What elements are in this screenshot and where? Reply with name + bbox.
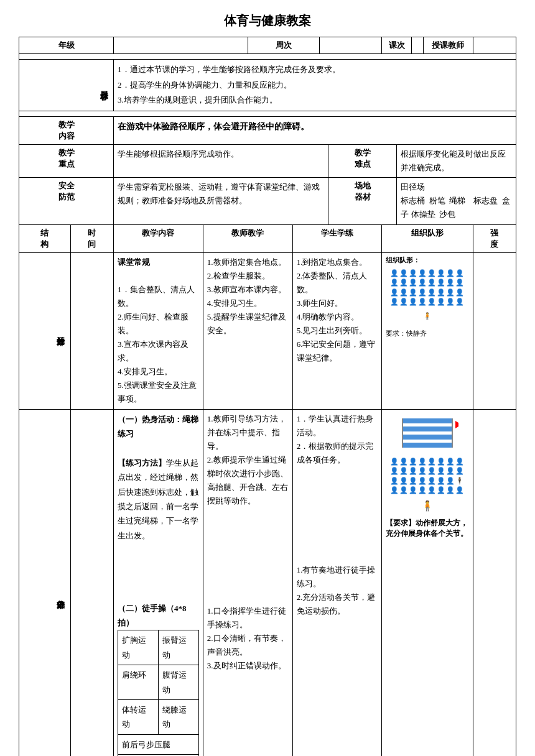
keypoint-content: 学生能够根据路径顺序完成动作。 [114,145,328,178]
header-row: 年级 周次 课次 授课教师 [19,37,516,54]
prep-part1-title: （一）热身活动：绳梯练习 [118,412,199,441]
prep-row4: 👤👤👤👤👤👤👤👤 [386,486,468,495]
prep-student-p1-2: 2．根据教师的提示完成各项任务。 [297,440,378,467]
start-student: 1.到指定地点集合。 2.体委整队、清点人数。 3.师生问好。 4.明确教学内容… [292,252,382,409]
ex-left-2: 肩绕环 [118,665,159,700]
goals-label: 学习目标 [19,60,114,111]
method-text: 学生从起点出发，经过绳梯，然后快速跑到标志处，触摸之后返回，前一名学生过完绳梯，… [118,458,198,540]
start-teacher-1: 1.教师指定集合地点。 [207,256,289,269]
venue-text: 田径场 [401,180,512,194]
prep-teacher-p2-2: 2.口令清晰，有节奏，声音洪亮。 [207,632,289,659]
start-student-4: 4.明确教学内容。 [297,310,378,324]
teacher-value [473,37,516,54]
start-content-title: 课堂常规 [118,256,199,269]
week-value [319,37,382,54]
lesson-label: 课次 [382,37,412,54]
prep-intensity [473,409,516,756]
svg-rect-0 [402,418,452,423]
start-teacher-4: 4.安排见习生。 [207,297,289,310]
difficulty-label: 教学难点 [328,145,397,178]
start-content: 课堂常规 1．集合整队、清点人数。 2.师生问好、检查服装。 3.宣布本次课内容… [114,252,203,409]
goal-2: 2．提高学生的身体协调能力、力量和反应能力。 [118,78,512,93]
struct-col2: 时间 [70,224,113,252]
prep-teacher-icon: 🧍 [386,499,468,513]
start-student-5: 5.见习生出列旁听。 [297,324,378,338]
start-content-2: 2.师生问好、检查服装。 [118,310,199,338]
formation-note: 要求：快静齐 [386,329,468,338]
venue-equipment: 标志桶 粉笔 绳梯 标志盘 盒子 体操垫 沙包 [401,194,512,221]
prep-time [70,409,113,756]
start-teacher-2: 2.检查学生服装。 [207,269,289,283]
start-teacher-5: 5.提醒学生课堂纪律及安全。 [207,310,289,338]
prep-student: 1．学生认真进行热身活动。 2．根据教师的提示完成各项任务。 1.有节奏地进行徒… [292,409,382,756]
keypoint-label: 教学重点 [19,145,114,178]
main-table: 年级 周次 课次 授课教师 学习目标 1．通过本节课的学习，学生能够按路径顺序完… [19,37,516,756]
ex-left-4: 前后弓步压腿 [118,734,199,754]
venue-label: 场地器材 [328,178,397,224]
start-student-2: 2.体委整队、清点人数。 [297,269,378,297]
start-formation: 组织队形： 👤👤👤👤👤👤👤👤 👤👤👤👤👤👤👤👤 👤👤👤👤👤👤👤👤 👤👤👤👤👤👤👤… [382,252,473,409]
prep-teacher-p2-3: 3.及时纠正错误动作。 [207,659,289,673]
prep-formation-rows: 👤👤👤👤👤👤👤👤 👤👤👤👤👤👤👤👤 👤👤👤👤👤👤👤🕴 👤👤👤👤👤👤👤👤 [386,457,468,496]
teaching-content-text: 在游戏中体验路径顺序，体会避开路径中的障碍。 [118,122,309,131]
prep-student-p1-1: 1．学生认真进行热身活动。 [297,412,378,440]
teaching-content-row: 教学内容 在游戏中体验路径顺序，体会避开路径中的障碍。 [19,117,516,145]
ex-left-1: 扩胸运动 [118,630,159,665]
start-content-5: 5.强调课堂安全及注意事项。 [118,379,199,406]
svg-rect-2 [402,435,452,440]
start-student-3: 3.师生问好。 [297,297,378,310]
prep-section-row: 准备部分 （一）热身活动：绳梯练习 【练习方法】学生从起点出发，经过绳梯，然后快… [19,409,516,756]
start-content-3: 3.宣布本次课内容及求。 [118,338,199,365]
prep-section-label: 准备部分 [19,409,71,756]
struct-col4: 教师教学 [203,224,292,252]
start-section-row: 开始部分 课堂常规 1．集合整队、清点人数。 2.师生问好、检查服装。 3.宣布… [19,252,516,409]
grade-value [114,37,248,54]
prep-teacher-p1-1: 1.教师引导练习方法，并在练习中提示、指导。 [207,412,289,453]
struct-col6: 组织队形 [382,224,473,252]
prep-student-p2-1: 1.有节奏地进行徒手操练习。 [297,563,378,591]
prep-part1-method: 【练习方法】学生从起点出发，经过绳梯，然后快速跑到标志处，触摸之后返回，前一名学… [118,456,199,543]
prep-student-p2-2: 2.充分活动各关节，避免运动损伤。 [297,591,378,618]
goals-row: 学习目标 1．通过本节课的学习，学生能够按路径顺序完成任务及要求。 2．提高学生… [19,60,516,111]
difficulty-content: 根据顺序变化能及时做出反应并准确完成。 [397,145,516,178]
formation-label: 组织队形： [386,256,468,265]
method-label: 【练习方法】 [118,458,166,468]
start-intensity [473,252,516,409]
prep-content: （一）热身活动：绳梯练习 【练习方法】学生从起点出发，经过绳梯，然后快速跑到标志… [114,409,203,756]
struct-col3: 教学内容 [114,224,203,252]
start-teacher-3: 3.教师宣布本课内容。 [207,283,289,297]
start-section-label: 开始部分 [19,252,71,409]
ex-right-2: 腹背运动 [158,665,198,700]
goals-content: 1．通过本节课的学习，学生能够按路径顺序完成任务及要求。 2．提高学生的身体协调… [114,60,516,111]
venue-content: 田径场 标志桶 粉笔 绳梯 标志盘 盒子 体操垫 沙包 [397,178,516,224]
prep-formation: 👤👤👤👤👤👤👤👤 👤👤👤👤👤👤👤👤 👤👤👤👤👤👤👤🕴 👤👤👤👤👤👤👤👤 🧍 【要… [382,409,473,756]
safety-label: 安全防范 [19,178,114,224]
prep-row1: 👤👤👤👤👤👤👤👤 [386,457,468,466]
prep-part2-title: （二）徒手操（4*8 拍） [118,601,199,630]
prep-teacher: 1.教师引导练习方法，并在练习中提示、指导。 2.教师提示学生通过绳梯时依次进行… [203,409,292,756]
ladder-svg [396,412,458,449]
svg-marker-6 [455,421,458,428]
formation-row3: 👤👤👤👤👤👤👤👤 [386,288,468,297]
start-content-1: 1．集合整队、清点人数。 [118,283,199,310]
formation-teacher-icon: 🧍 [386,311,468,321]
exercise-table: 扩胸运动 振臂运动 肩绕环 腹背运动 体转运动 绕膝运动 前后弓步压腿 手腕、踝… [118,630,199,756]
red-person: 🕴 [455,477,465,484]
safety-row: 安全防范 学生需穿着宽松服装、运动鞋，遵守体育课堂纪律、游戏规则；教师准备好场地… [19,178,516,224]
structure-header-row: 结构 时间 教学内容 教师教学 学生学练 组织队形 强度 [19,224,516,252]
formation-row2: 👤👤👤👤👤👤👤👤 [386,278,468,287]
struct-col5: 学生学练 [292,224,382,252]
start-teacher: 1.教师指定集合地点。 2.检查学生服装。 3.教师宣布本课内容。 4.安排见习… [203,252,292,409]
ex-right-1: 振臂运动 [158,630,198,665]
week-label: 周次 [248,37,319,54]
struct-col1: 结构 [19,224,71,252]
prep-formation-note: 【要求】动作舒展大方，充分伸展身体各个关节。 [386,518,468,539]
formation-row4: 👤👤👤👤👤👤👤👤 [386,297,468,307]
goal-1: 1．通过本节课的学习，学生能够按路径顺序完成任务及要求。 [118,62,512,78]
grade-label: 年级 [19,37,114,54]
spacer-row1 [19,54,516,60]
prep-row3: 👤👤👤👤👤👤👤🕴 [386,476,468,486]
svg-rect-3 [402,443,452,448]
ladder-diagram [386,412,468,452]
start-student-1: 1.到指定地点集合。 [297,256,378,269]
